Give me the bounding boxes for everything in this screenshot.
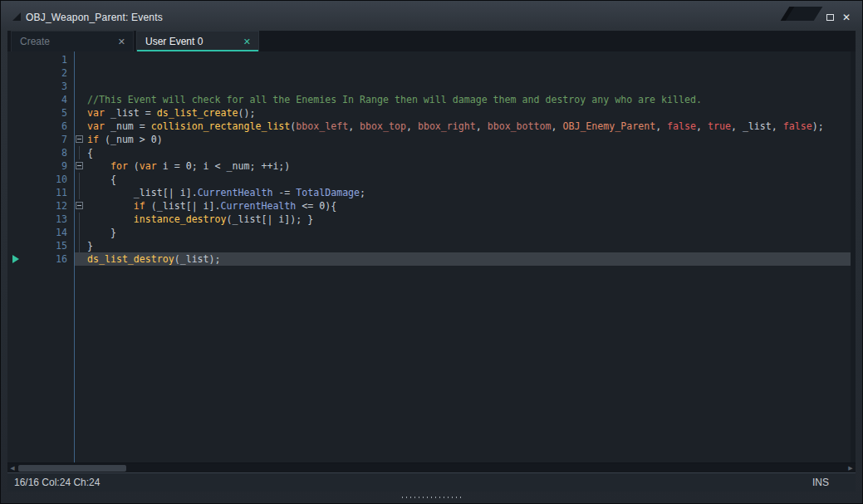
code-line-5[interactable]: 5var _list = ds_list_create(); xyxy=(7,106,856,120)
code-token: _num = xyxy=(110,120,151,132)
code-line-1[interactable]: 1 xyxy=(7,53,856,66)
code-token: , xyxy=(476,120,488,132)
tab-user-event-0[interactable]: User Event 0✕ xyxy=(136,31,259,51)
horizontal-scrollbar[interactable]: ◀ ▶ xyxy=(7,462,856,472)
fold-gutter[interactable] xyxy=(74,133,87,146)
code-token: instance_destroy xyxy=(134,213,227,225)
code-line-9[interactable]: 9 for (var i = 0; i < _num; ++i;) xyxy=(7,159,856,173)
code-token: (_list[| i]); } xyxy=(227,213,314,225)
code-token: //This Event will check for all the Enem… xyxy=(87,94,702,105)
code-line-3[interactable]: 3 xyxy=(7,80,856,93)
fold-gutter xyxy=(74,239,87,252)
code-text: if (_list[| i].CurrentHealth <= 0){ xyxy=(87,199,856,213)
code-token xyxy=(87,200,134,212)
tab-close-icon[interactable]: ✕ xyxy=(242,37,253,47)
fold-gutter xyxy=(74,252,87,266)
vertical-scrollbar[interactable] xyxy=(851,51,856,462)
line-number: 5 xyxy=(7,106,74,120)
code-token: ds_list_create xyxy=(157,107,238,119)
code-token: { xyxy=(87,147,93,159)
code-token: TotalDamage xyxy=(296,187,360,198)
window: OBJ_Weapon_Parent: Events ✕ Create✕User … xyxy=(0,0,863,504)
resize-grip[interactable] xyxy=(400,496,463,499)
code-text: _list[| i].CurrentHealth -= TotalDamage; xyxy=(87,186,856,199)
code-token: bbox_left xyxy=(296,120,348,132)
fold-gutter[interactable] xyxy=(74,199,87,213)
code-line-13[interactable]: 13 instance_destroy(_list[| i]); } xyxy=(7,213,856,226)
scroll-right-icon[interactable]: ▶ xyxy=(846,463,856,473)
code-text: } xyxy=(87,239,856,252)
code-token: , xyxy=(406,120,418,132)
fold-scope-line xyxy=(79,186,80,199)
code-line-15[interactable]: 15} xyxy=(7,239,856,252)
fold-scope-line xyxy=(79,173,80,186)
horizontal-scrollbar-thumb[interactable] xyxy=(18,465,126,472)
code-token: -= xyxy=(272,187,296,198)
line-number: 2 xyxy=(7,66,74,80)
fold-scope-line xyxy=(79,226,80,239)
fold-gutter xyxy=(74,213,87,226)
fold-gutter xyxy=(74,173,87,186)
code-token: collision_rectangle_list xyxy=(151,120,291,132)
window-corner-icon xyxy=(12,12,21,21)
code-editor[interactable]: 1234//This Event will check for all the … xyxy=(7,51,856,462)
fold-collapse-icon[interactable] xyxy=(76,135,83,143)
window-title: OBJ_Weapon_Parent: Events xyxy=(26,12,163,23)
tab-create[interactable]: Create✕ xyxy=(11,31,134,51)
code-token: ; i < _num; ++i;) xyxy=(192,160,291,172)
fold-gutter xyxy=(74,66,87,80)
code-token: _list xyxy=(743,120,772,132)
code-token: bbox_top xyxy=(360,120,406,132)
code-text: } xyxy=(87,226,856,239)
code-token: false xyxy=(667,120,696,132)
code-token: (_list[| i]. xyxy=(151,200,221,212)
code-line-8[interactable]: 8{ xyxy=(7,146,856,159)
code-token: ; xyxy=(360,187,365,198)
code-line-14[interactable]: 14 } xyxy=(7,226,856,239)
fold-gutter[interactable] xyxy=(74,159,87,173)
code-line-7[interactable]: 7if (_num > 0) xyxy=(7,133,856,146)
insert-mode-label: INS xyxy=(812,477,849,488)
code-text: { xyxy=(87,146,856,159)
fold-scope-line xyxy=(79,213,80,226)
line-number: 16 xyxy=(7,252,74,266)
code-line-4[interactable]: 4//This Event will check for all the Ene… xyxy=(7,93,856,106)
code-token: , xyxy=(772,120,783,132)
code-token: OBJ_Enemy_Parent xyxy=(562,120,655,132)
code-token: var xyxy=(87,107,110,119)
code-line-16[interactable]: 16ds_list_destroy(_list); xyxy=(7,252,856,266)
code-line-11[interactable]: 11 _list[| i].CurrentHealth -= TotalDama… xyxy=(7,186,856,199)
code-text: instance_destroy(_list[| i]); } xyxy=(87,213,856,226)
close-button[interactable]: ✕ xyxy=(840,12,853,23)
code-token: 0 xyxy=(151,134,157,145)
code-line-10[interactable]: 10 { xyxy=(7,173,856,186)
maximize-icon xyxy=(826,14,834,21)
code-token: bbox_bottom xyxy=(488,120,552,132)
line-number: 7 xyxy=(7,133,74,146)
code-line-2[interactable]: 2 xyxy=(7,66,856,80)
code-line-12[interactable]: 12 if (_list[| i].CurrentHealth <= 0){ xyxy=(7,199,856,213)
code-line-6[interactable]: 6var _num = collision_rectangle_list(bbo… xyxy=(7,120,856,133)
line-number: 1 xyxy=(7,53,74,66)
line-number: 4 xyxy=(7,93,74,106)
fold-gutter xyxy=(74,120,87,133)
fold-gutter xyxy=(74,106,87,120)
tab-close-icon[interactable]: ✕ xyxy=(116,37,127,47)
code-token: i = xyxy=(163,160,186,172)
line-number: 10 xyxy=(7,173,74,186)
fold-collapse-icon[interactable] xyxy=(76,162,83,169)
fold-collapse-icon[interactable] xyxy=(76,202,83,209)
scroll-left-icon[interactable]: ◀ xyxy=(7,463,17,473)
maximize-button[interactable] xyxy=(823,12,836,23)
code-text: var _list = ds_list_create(); xyxy=(87,106,856,120)
fold-gutter xyxy=(74,146,87,159)
code-text: var _num = collision_rectangle_list(bbox… xyxy=(87,120,856,133)
code-token: CurrentHealth xyxy=(221,200,297,212)
code-token: var xyxy=(87,120,110,132)
code-text xyxy=(87,53,856,66)
code-text: //This Event will check for all the Enem… xyxy=(87,93,856,106)
code-token: ); xyxy=(812,120,824,132)
code-token: bbox_right xyxy=(418,120,476,132)
event-editor-panel: Create✕User Event 0✕ 1234//This Event wi… xyxy=(7,31,856,492)
title-bar[interactable]: OBJ_Weapon_Parent: Events ✕ xyxy=(2,2,861,30)
